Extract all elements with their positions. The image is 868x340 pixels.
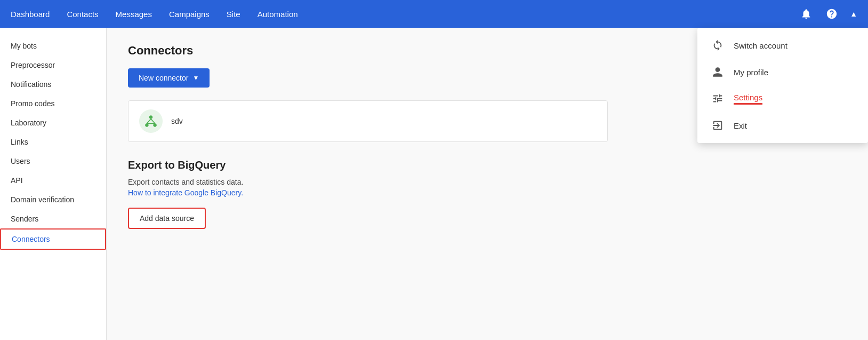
nav-right-actions: ▲ [799,6,857,21]
sidebar-item-domain-verification[interactable]: Domain verification [0,190,106,209]
sidebar-item-users[interactable]: Users [0,152,106,171]
sidebar-item-api[interactable]: API [0,171,106,190]
connector-name: sdv [171,117,183,125]
new-connector-label: New connector [139,74,188,82]
sidebar-item-links[interactable]: Links [0,132,106,152]
bigquery-description: Export contacts and statistics data. [128,178,847,186]
connector-card: sdv [128,100,608,142]
top-navigation: Dashboard Contacts Messages Campaigns Si… [0,0,868,28]
connector-icon [139,109,163,133]
add-data-source-button[interactable]: Add data source [128,208,206,229]
settings-icon [710,93,725,105]
sidebar: My bots Preprocessor Notifications Promo… [0,28,107,340]
my-profile-item[interactable]: My profile [697,59,868,85]
new-connector-caret-icon: ▼ [192,74,199,82]
nav-dashboard[interactable]: Dashboard [11,10,50,19]
settings-item[interactable]: Settings [697,85,868,112]
switch-account-icon [710,39,725,51]
new-connector-button[interactable]: New connector ▼ [128,68,210,88]
exit-label: Exit [734,121,747,130]
nav-automation[interactable]: Automation [258,10,298,19]
sidebar-item-laboratory[interactable]: Laboratory [0,113,106,132]
nav-campaigns[interactable]: Campaigns [169,10,210,19]
nav-site[interactable]: Site [227,10,240,19]
add-data-source-label: Add data source [140,214,194,223]
bigquery-link[interactable]: How to integrate Google BigQuery. [128,188,847,197]
switch-account-item[interactable]: Switch account [697,32,868,59]
notifications-bell-icon[interactable] [799,6,814,21]
sidebar-item-notifications[interactable]: Notifications [0,75,106,94]
my-profile-label: My profile [734,68,768,77]
nav-messages[interactable]: Messages [116,10,152,19]
account-caret-icon[interactable]: ▲ [850,10,857,18]
exit-item[interactable]: Exit [697,112,868,139]
switch-account-label: Switch account [734,41,787,50]
help-icon[interactable] [824,6,839,21]
profile-icon [710,66,725,78]
sidebar-item-senders[interactable]: Senders [0,209,106,228]
nav-links: Dashboard Contacts Messages Campaigns Si… [11,10,298,19]
settings-label: Settings [734,93,762,105]
bigquery-section-title: Export to BigQuery [128,159,847,171]
exit-icon [710,120,725,131]
nav-contacts[interactable]: Contacts [67,10,98,19]
sidebar-item-connectors[interactable]: Connectors [0,228,106,250]
sidebar-item-promo-codes[interactable]: Promo codes [0,94,106,113]
sidebar-item-my-bots[interactable]: My bots [0,36,106,56]
account-dropdown: Switch account My profile Settings Exit [697,28,868,143]
sidebar-item-preprocessor[interactable]: Preprocessor [0,56,106,75]
